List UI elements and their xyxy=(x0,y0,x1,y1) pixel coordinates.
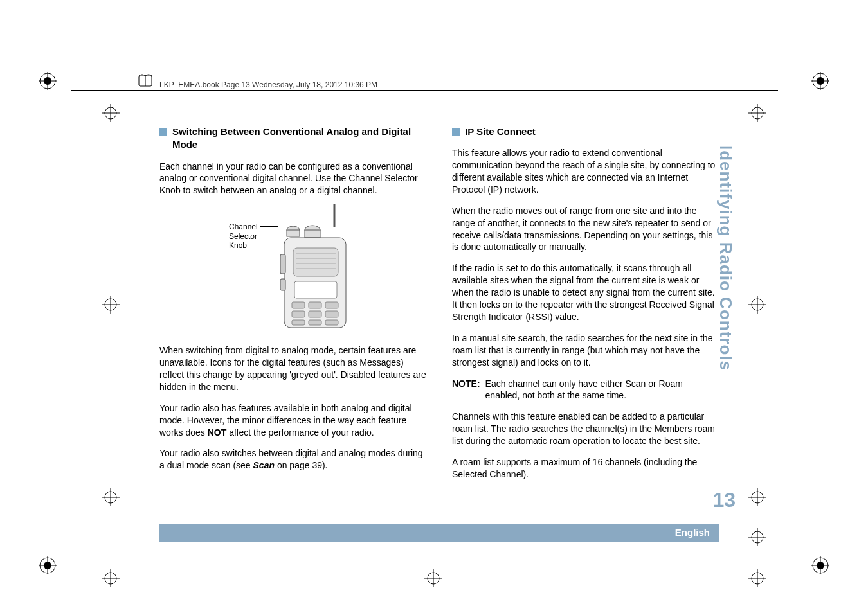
radio-illustration-icon xyxy=(275,203,359,332)
reg-mark-icon xyxy=(811,556,829,574)
crosshair-icon xyxy=(748,104,766,122)
section-title: IP Site Connect xyxy=(465,125,536,138)
paragraph: In a manual site search, the radio searc… xyxy=(452,332,719,369)
section-heading: Switching Between Conventional Analog an… xyxy=(159,125,426,152)
paragraph: Each channel in your radio can be config… xyxy=(159,161,426,197)
svg-rect-55 xyxy=(280,279,285,290)
crosshair-icon xyxy=(102,104,120,122)
svg-rect-56 xyxy=(293,248,338,276)
paragraph: This feature allows your radio to extend… xyxy=(452,147,719,196)
note: NOTE: Each channel can only have either … xyxy=(452,378,719,402)
svg-rect-64 xyxy=(325,302,338,308)
paragraph: A roam list supports a maximum of 16 cha… xyxy=(452,456,719,481)
crosshair-icon xyxy=(424,569,442,587)
svg-rect-70 xyxy=(325,320,338,325)
paragraph: If the radio is set to do this automatic… xyxy=(452,262,719,323)
crosshair-icon xyxy=(748,296,766,314)
svg-rect-52 xyxy=(305,230,320,238)
paragraph: Your radio also switches between digital… xyxy=(159,447,426,472)
bullet-square-icon xyxy=(452,128,460,136)
book-icon xyxy=(138,72,156,90)
crosshair-icon xyxy=(748,528,766,546)
crosshair-icon xyxy=(102,488,120,506)
crosshair-icon xyxy=(748,488,766,506)
paragraph: When the radio moves out of range from o… xyxy=(452,205,719,254)
svg-rect-61 xyxy=(294,281,337,298)
reg-mark-icon xyxy=(39,72,57,90)
footer-language: English xyxy=(159,524,719,542)
section-heading: IP Site Connect xyxy=(452,125,719,138)
page-number: 13 xyxy=(712,488,736,512)
svg-rect-65 xyxy=(292,311,305,317)
note-text: Each channel can only have either Scan o… xyxy=(485,378,719,402)
svg-rect-63 xyxy=(309,302,321,308)
paragraph: Your radio also has features available i… xyxy=(159,402,426,439)
crosshair-icon xyxy=(748,569,766,587)
side-tab-label: Identifying Radio Controls xyxy=(716,145,736,371)
header-rule xyxy=(71,90,778,91)
reg-mark-icon xyxy=(39,556,57,574)
left-column: Switching Between Conventional Analog an… xyxy=(159,125,426,490)
paragraph: Channels with this feature enabled can b… xyxy=(452,411,719,447)
header-text: LKP_EMEA.book Page 13 Wednesday, July 18… xyxy=(159,80,377,89)
section-title: Switching Between Conventional Analog an… xyxy=(172,125,426,152)
svg-rect-50 xyxy=(287,230,300,236)
reg-mark-icon xyxy=(811,72,829,90)
bullet-square-icon xyxy=(159,128,167,136)
figure-label: Channel Selector Knob xyxy=(229,222,258,250)
crosshair-icon xyxy=(102,296,120,314)
right-column: IP Site Connect This feature allows your… xyxy=(452,125,719,490)
svg-rect-68 xyxy=(292,320,305,325)
svg-rect-54 xyxy=(280,254,285,274)
crosshair-icon xyxy=(102,569,120,587)
svg-rect-67 xyxy=(325,311,338,317)
note-label: NOTE: xyxy=(452,378,480,402)
paragraph: When switching from digital to analog mo… xyxy=(159,344,426,393)
svg-rect-66 xyxy=(309,311,321,317)
radio-figure: Channel Selector Knob xyxy=(159,208,426,330)
svg-rect-69 xyxy=(309,320,321,325)
svg-rect-62 xyxy=(292,302,305,308)
content-area: Switching Between Conventional Analog an… xyxy=(159,125,719,490)
